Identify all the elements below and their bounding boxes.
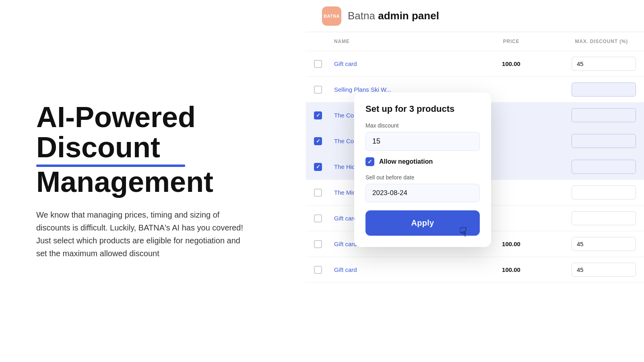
col-price: PRICE bbox=[475, 39, 547, 44]
discount-input-2[interactable] bbox=[572, 82, 636, 97]
table-row: Gift card 100.00 bbox=[306, 51, 644, 77]
admin-title: Batna admin panel bbox=[348, 10, 439, 22]
row-checkbox-7[interactable] bbox=[314, 214, 322, 222]
max-discount-label: Max discount bbox=[365, 122, 480, 129]
description-text: We know that managing prices, timing and… bbox=[36, 208, 246, 260]
row-checkbox-3[interactable] bbox=[314, 111, 322, 119]
discount-input-3[interactable] bbox=[572, 108, 636, 122]
col-name: NAME bbox=[334, 39, 475, 44]
allow-negotiation-row: Allow negotiation bbox=[365, 157, 480, 166]
admin-header: BATNA Batna admin panel bbox=[306, 0, 644, 32]
discount-input-9[interactable] bbox=[572, 263, 636, 277]
discount-input-1[interactable] bbox=[572, 57, 636, 71]
price-val-9: 100.00 bbox=[475, 266, 547, 273]
headline-line2: Discount bbox=[36, 132, 270, 167]
table-row: Gift card 100.00 bbox=[306, 257, 644, 283]
modal-title: Set up for 3 products bbox=[365, 104, 480, 114]
headline-line3: Management bbox=[36, 166, 213, 198]
price-val-1: 100.00 bbox=[475, 60, 547, 67]
left-panel: AI-Powered Discount Management We know t… bbox=[0, 0, 306, 362]
product-link-2[interactable]: Selling Plans Ski W... bbox=[334, 86, 475, 93]
col-checkbox bbox=[314, 39, 334, 44]
row-checkbox-1[interactable] bbox=[314, 60, 322, 68]
max-discount-input[interactable] bbox=[365, 132, 480, 151]
row-checkbox-2[interactable] bbox=[314, 86, 322, 94]
row-checkbox-5[interactable] bbox=[314, 163, 322, 171]
discount-input-8[interactable] bbox=[572, 237, 636, 251]
allow-negotiation-label: Allow negotiation bbox=[379, 158, 433, 165]
headline-line1: AI-Powered bbox=[36, 101, 196, 133]
right-panel: BATNA Batna admin panel NAME PRICE MAX. … bbox=[306, 0, 644, 362]
row-checkbox-9[interactable] bbox=[314, 266, 322, 274]
product-link-9[interactable]: Gift card bbox=[334, 266, 475, 273]
discount-input-6[interactable] bbox=[572, 185, 636, 200]
row-checkbox-4[interactable] bbox=[314, 137, 322, 145]
discount-input-7[interactable] bbox=[572, 211, 636, 225]
table-header: NAME PRICE MAX. DISCOUNT (%) bbox=[306, 32, 644, 51]
allow-negotiation-checkbox[interactable] bbox=[365, 157, 374, 166]
sell-out-date-input[interactable] bbox=[365, 184, 480, 202]
row-checkbox-8[interactable] bbox=[314, 240, 322, 248]
title-bold: admin panel bbox=[378, 10, 439, 22]
title-plain: Batna bbox=[348, 10, 375, 22]
apply-button[interactable]: Apply bbox=[365, 210, 480, 236]
product-link-1[interactable]: Gift card bbox=[334, 60, 475, 67]
sell-out-label: Sell out before date bbox=[365, 174, 480, 181]
col-discount: MAX. DISCOUNT (%) bbox=[547, 39, 636, 44]
row-checkbox-6[interactable] bbox=[314, 189, 322, 197]
logo-badge: BATNA bbox=[322, 6, 341, 26]
discount-input-4[interactable] bbox=[572, 134, 636, 148]
discount-input-5[interactable] bbox=[572, 160, 636, 174]
modal-dialog: Set up for 3 products Max discount Allow… bbox=[354, 93, 491, 247]
main-headline: AI-Powered Discount Management bbox=[36, 102, 270, 197]
